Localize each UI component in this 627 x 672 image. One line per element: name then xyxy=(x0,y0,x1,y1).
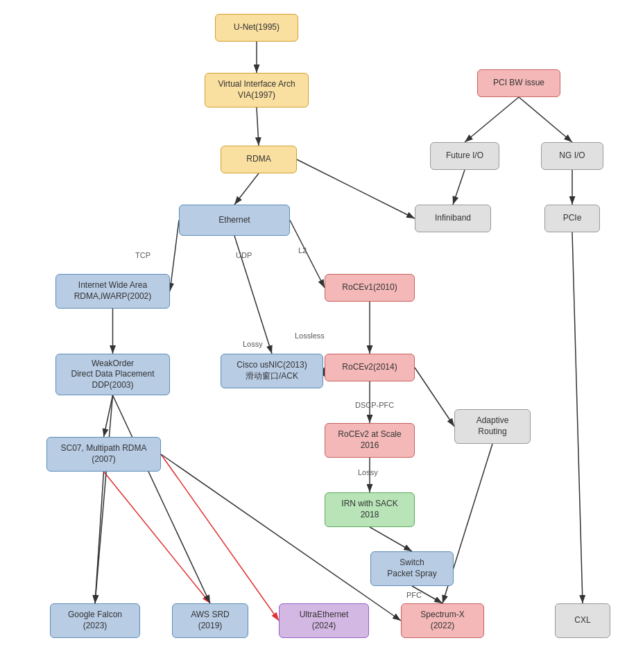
node-iwarp: Internet Wide AreaRDMA,iWARP(2002) xyxy=(55,274,170,309)
node-pci_bw: PCI BW issue xyxy=(477,69,560,97)
svg-line-27 xyxy=(161,454,279,621)
svg-line-30 xyxy=(113,395,211,603)
svg-line-19 xyxy=(415,368,454,427)
node-future_io: Future I/O xyxy=(430,142,499,170)
edge-label: DSCP-PFC xyxy=(355,401,394,409)
edge-label: Lossy xyxy=(243,340,263,348)
edge-label: L2 xyxy=(298,246,307,255)
svg-line-29 xyxy=(95,395,113,603)
edge-label: UDP xyxy=(236,251,252,259)
edge-label: PFC xyxy=(406,591,422,599)
svg-line-28 xyxy=(161,454,401,621)
node-aws_srd: AWS SRD(2019) xyxy=(172,603,248,638)
node-irn: IRN with SACK2018 xyxy=(325,492,415,527)
node-google_falcon: Google Falcon(2023) xyxy=(50,603,140,638)
svg-line-8 xyxy=(453,170,465,205)
node-ng_io: NG I/O xyxy=(541,142,603,170)
node-unet: U-Net(1995) xyxy=(215,14,298,42)
node-sc07: SC07, Multipath RDMA(2007) xyxy=(46,437,161,472)
node-spectrum_x: Spectrum-X(2022) xyxy=(401,603,484,638)
edge-label: Lossless xyxy=(295,331,325,340)
node-ultraethernet: UltraEthernet(2024) xyxy=(279,603,369,638)
node-cisco: Cisco usNIC(2013)滑动窗口/ACK xyxy=(221,354,323,388)
edge-label: TCP xyxy=(135,251,151,259)
svg-line-10 xyxy=(170,221,179,292)
node-cxl: CXL xyxy=(555,603,610,638)
node-rocev2_scale: RoCEv2 at Scale2016 xyxy=(325,423,415,458)
svg-line-7 xyxy=(519,97,572,142)
node-ddp: WeakOrderDirect Data PlacementDDP(2003) xyxy=(55,354,170,395)
edge-label: Lossy xyxy=(358,468,378,476)
diagram-container: U-Net(1995)Virtual Interface ArchVIA(199… xyxy=(0,0,627,672)
svg-line-26 xyxy=(104,472,211,603)
svg-line-24 xyxy=(572,232,583,603)
node-switch_spray: SwitchPacket Spray xyxy=(370,551,454,586)
svg-line-3 xyxy=(257,107,259,146)
svg-line-25 xyxy=(95,472,104,603)
svg-line-12 xyxy=(290,221,325,288)
svg-line-5 xyxy=(297,160,415,218)
node-pcie: PCIe xyxy=(544,205,600,232)
svg-line-21 xyxy=(370,527,412,551)
svg-line-6 xyxy=(465,97,519,142)
node-ethernet: Ethernet xyxy=(179,205,290,236)
svg-line-17 xyxy=(104,395,113,437)
svg-line-4 xyxy=(234,173,259,205)
node-via: Virtual Interface ArchVIA(1997) xyxy=(205,73,309,107)
node-rocev2: RoCEv2(2014) xyxy=(325,354,415,381)
node-rdma: RDMA xyxy=(221,146,297,173)
node-rocev1: RoCEv1(2010) xyxy=(325,274,415,302)
node-adaptive: AdaptiveRouting xyxy=(454,409,531,444)
node-infiniband: Infiniband xyxy=(415,205,491,232)
